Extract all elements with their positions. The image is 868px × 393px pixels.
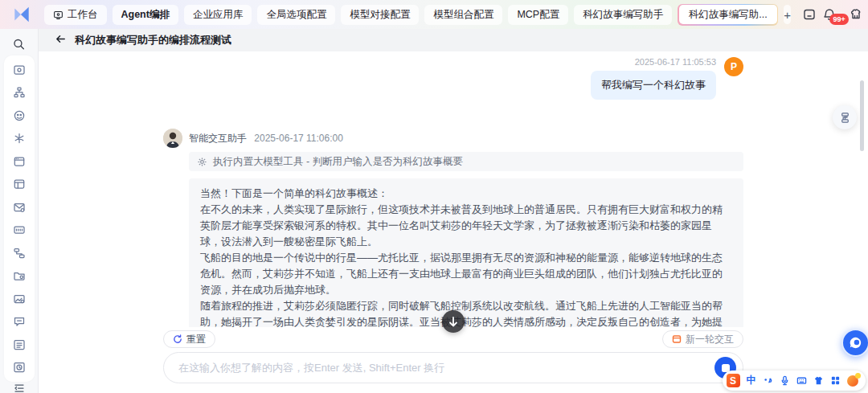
workflow-view-floating-button[interactable] [833,105,857,129]
workspace-icon [53,10,63,20]
main-area: 科幻故事编写助手的编排流程测试 2025-06-17 11:05:53 帮我编写… [39,29,868,393]
active-tab[interactable]: 科幻故事编写助... [678,4,778,26]
user-message-bubble: 帮我编写一个科幻故事 [591,71,716,100]
active-tab-label: 科幻故事编写助... [679,5,777,24]
ime-toolbox-icon[interactable] [830,375,841,386]
add-tab-button[interactable]: + [784,5,791,24]
story-paragraph: 在不久的未来，人类实现了星际旅行，但这项技术并未被普及到地球上的普通居民。只有拥… [200,202,732,250]
nav-workspace-label: 工作台 [68,8,98,22]
nav-model-combo[interactable]: 模型组合配置 [424,5,502,25]
home-box-icon[interactable] [802,7,817,22]
org-structure-icon[interactable] [12,86,26,100]
chat-settings-icon[interactable] [12,315,26,329]
page-title: 科幻故事编写助手的编排流程测试 [75,33,231,47]
assistant-message-time: 2025-06-17 11:06:00 [254,133,343,144]
chat-area: 2025-06-17 11:05:53 帮我编写一个科幻故事 P 智能交互助手 … [39,51,868,393]
mail-settings-icon[interactable] [12,200,26,214]
back-arrow-icon [55,33,67,45]
app-logo-icon [11,4,32,25]
story-paragraph: 飞船的目的地是一个传说中的行星——尤托比亚，据说那里拥有无尽的资源和神秘的能量源… [200,250,732,298]
folder-settings-icon[interactable] [12,269,26,283]
search-icon[interactable] [12,37,26,51]
input-config-icon[interactable] [12,223,26,237]
ime-emoji-icon[interactable] [847,375,858,387]
scroll-to-bottom-button[interactable] [442,310,465,333]
ime-toolbar: S 中 [723,370,866,391]
user-message: 2025-06-17 11:05:53 帮我编写一个科幻故事 P [163,57,743,100]
chat-bubble-icon [848,335,863,350]
arrow-down-icon [448,316,459,327]
reset-label: 重置 [186,333,206,346]
sidebar [0,29,39,393]
user-message-avatar: P [724,57,743,76]
nav-workspace[interactable]: 工作台 [44,5,107,25]
schedule-icon[interactable] [12,361,26,375]
assistant-floating-button[interactable] [841,329,868,357]
nav-scifi-assistant[interactable]: 科幻故事编写助手 [574,5,672,25]
page-header: 科幻故事编写助手的编排流程测试 [39,29,868,51]
story-paragraph: 当然！下面是一个简单的科幻故事概述： [200,186,732,202]
nav-agent-orchestration[interactable]: Agent编排 [113,5,178,25]
chat-scrollbar-thumb[interactable] [860,80,864,151]
gear-icon [197,157,207,167]
user-message-time: 2025-06-17 11:05:53 [635,57,716,67]
nav-global-options[interactable]: 全局选项配置 [257,5,335,25]
assistant-message-header: 智能交互助手 2025-06-17 11:06:00 [189,129,743,145]
notification-bell-icon[interactable]: 99+ [822,7,837,22]
sidebar-icon-rail [4,55,35,382]
ime-skin-icon[interactable] [813,375,824,386]
workflow-icon[interactable] [12,246,26,260]
reset-button[interactable]: 重置 [163,330,215,348]
tool-note-text: 执行内置大模型工具 - 判断用户输入是否为科幻故事概要 [213,155,463,169]
topbar: 工作台 Agent编排 企业应用库 全局选项配置 模型对接配置 模型组合配置 M… [0,0,868,29]
assistant-name: 智能交互助手 [189,133,247,144]
nav-model-connection[interactable]: 模型对接配置 [341,5,419,25]
nav-mcp-config[interactable]: MCP配置 [508,5,568,25]
tool-execution-note-1: 执行内置大模型工具 - 判断用户输入是否为科幻故事概要 [189,152,743,171]
ime-language-mode[interactable]: 中 [747,374,757,387]
assistant-avatar [163,129,182,148]
new-round-label: 新一轮交互 [686,333,734,346]
notification-badge: 99+ [829,14,849,25]
new-round-button[interactable]: 新一轮交互 [662,330,743,348]
template-window-icon[interactable] [12,178,26,191]
chat-input[interactable] [163,352,743,383]
refresh-icon [173,334,182,344]
agent-icon[interactable] [12,108,26,122]
new-round-icon [672,334,682,344]
app-window-icon[interactable] [12,154,26,168]
back-button[interactable] [55,33,67,48]
collapse-sidebar-icon[interactable] [12,382,26,393]
workflow-icon [839,112,851,124]
chef-hat-icon[interactable] [849,7,863,22]
ime-logo[interactable]: S [727,374,740,387]
ime-keyboard-icon[interactable] [796,375,807,386]
media-settings-icon[interactable] [12,292,26,305]
ime-punctuation-icon[interactable] [763,375,773,386]
nav-enterprise-apps[interactable]: 企业应用库 [184,5,252,25]
dashboard-icon[interactable] [12,63,26,76]
ime-microphone-icon[interactable] [780,375,790,386]
plugin-icon[interactable] [12,132,26,145]
list-log-icon[interactable] [12,338,26,351]
